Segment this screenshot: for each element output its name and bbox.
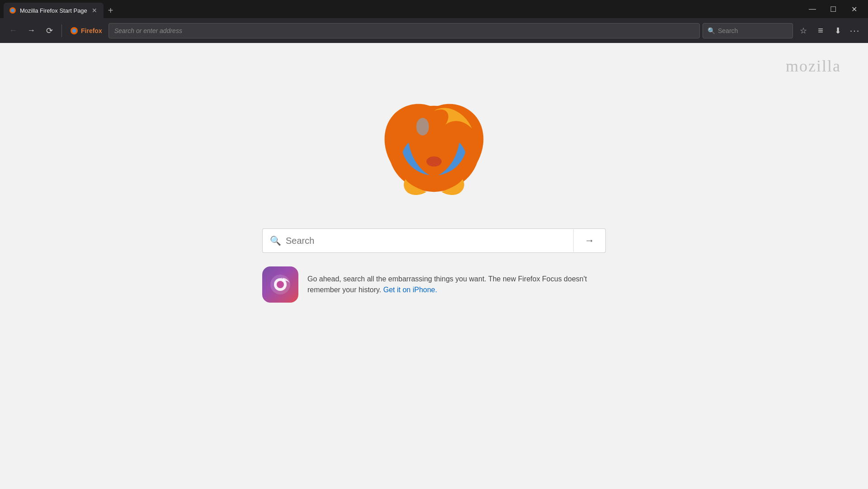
svg-point-7: [426, 157, 442, 166]
firefox-logo-area: [362, 70, 506, 215]
nav-search-placeholder: Search: [718, 27, 738, 34]
tab-area: Mozilla Firefox Start Page ✕ +: [4, 0, 802, 18]
firefox-label: Firefox: [81, 27, 102, 34]
title-bar: Mozilla Firefox Start Page ✕ + — ☐ ✕: [0, 0, 868, 18]
navigation-bar: ← → ⟳ Firefox Search or enter address 🔍 …: [0, 18, 868, 43]
svg-point-1: [11, 9, 14, 12]
address-bar[interactable]: Search or enter address: [108, 23, 700, 38]
firefox-logo: [371, 79, 497, 206]
page-search-input-wrap[interactable]: 🔍: [262, 228, 573, 253]
nav-search-bar[interactable]: 🔍 Search: [703, 23, 793, 38]
close-button[interactable]: ✕: [844, 0, 864, 18]
window-controls: — ☐ ✕: [802, 0, 864, 18]
page-content: mozilla 🔍 →: [0, 43, 868, 489]
promo-area: Go ahead, search all the embarrassing th…: [262, 266, 606, 303]
page-search-input[interactable]: [286, 236, 566, 246]
forward-button[interactable]: →: [24, 23, 39, 38]
address-placeholder: Search or enter address: [114, 27, 182, 34]
page-search-icon: 🔍: [270, 235, 281, 246]
firefox-badge: Firefox: [66, 27, 106, 35]
nav-search-icon: 🔍: [708, 27, 715, 34]
new-tab-button[interactable]: +: [104, 3, 118, 18]
menu-button[interactable]: ···: [847, 23, 863, 38]
toolbar-icons: ☆ ≡ ⬇ ···: [796, 23, 863, 38]
svg-point-11: [277, 281, 284, 288]
reload-button[interactable]: ⟳: [42, 23, 57, 38]
firefox-focus-logo: [269, 273, 292, 296]
tab-title: Mozilla Firefox Start Page: [20, 7, 87, 14]
maximize-button[interactable]: ☐: [823, 0, 844, 18]
mozilla-watermark: mozilla: [786, 57, 841, 76]
svg-point-8: [416, 118, 429, 135]
nav-divider: [61, 24, 62, 37]
promo-description: Go ahead, search all the embarrassing th…: [307, 275, 587, 294]
back-button[interactable]: ←: [5, 23, 21, 38]
minimize-button[interactable]: —: [802, 0, 823, 18]
firefox-icon: [70, 27, 78, 35]
promo-text: Go ahead, search all the embarrassing th…: [307, 274, 606, 295]
page-search-submit-button[interactable]: →: [573, 228, 606, 253]
tab-favicon: [9, 7, 16, 14]
tab-close-button[interactable]: ✕: [91, 7, 98, 14]
svg-point-3: [72, 28, 76, 33]
promo-link[interactable]: Get it on iPhone.: [383, 286, 437, 294]
firefox-focus-icon: [262, 266, 298, 303]
bookmark-button[interactable]: ☆: [796, 23, 811, 38]
page-search-container: 🔍 →: [262, 228, 606, 253]
active-tab[interactable]: Mozilla Firefox Start Page ✕: [4, 3, 104, 18]
reader-mode-button[interactable]: ≡: [813, 23, 828, 38]
download-button[interactable]: ⬇: [830, 23, 845, 38]
